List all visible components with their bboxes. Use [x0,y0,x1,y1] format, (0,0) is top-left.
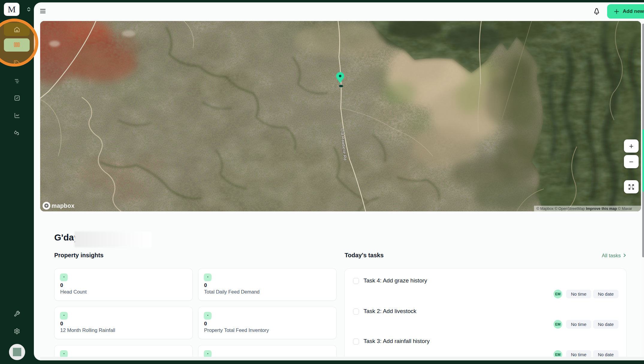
svg-text:© Mapbox © OpenStreetMap Impro: © Mapbox © OpenStreetMap Improve this ma… [536,207,632,211]
svg-text:mapbox: mapbox [52,202,75,209]
